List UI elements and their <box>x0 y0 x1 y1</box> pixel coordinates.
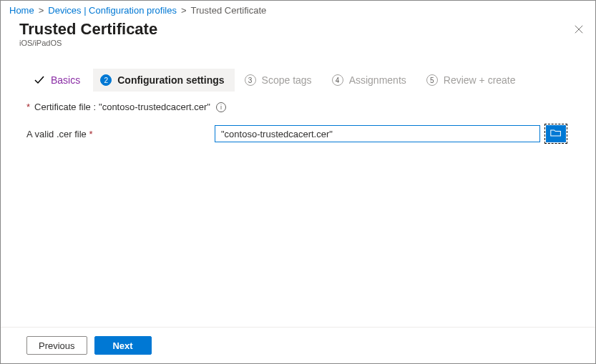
cer-file-label-text: A valid .cer file <box>26 129 87 139</box>
step-scope-tags[interactable]: 3 Scope tags <box>238 69 322 92</box>
step-basics[interactable]: Basics <box>26 69 90 92</box>
certificate-file-header: * Certificate file : "contoso-trustedcac… <box>26 102 595 112</box>
step-label: Configuration settings <box>117 74 224 86</box>
breadcrumb-current: Trusted Certificate <box>191 5 267 16</box>
step-label: Basics <box>51 74 80 86</box>
browse-file-button[interactable] <box>546 125 566 142</box>
check-icon <box>34 74 45 86</box>
next-button[interactable]: Next <box>94 336 152 355</box>
chevron-right-icon: > <box>39 5 44 16</box>
chevron-right-icon: > <box>181 5 187 16</box>
info-icon[interactable]: i <box>216 102 226 112</box>
wizard-footer: Previous Next <box>1 327 595 363</box>
previous-button[interactable]: Previous <box>26 336 87 355</box>
certificate-file-name: "contoso-trustedcacert.cer" <box>99 102 210 112</box>
step-label: Review + create <box>444 74 516 86</box>
breadcrumb-devices[interactable]: Devices | Configuration profiles <box>48 5 177 16</box>
page-title: Trusted Certificate <box>19 20 157 39</box>
step-number-icon: 4 <box>332 74 343 86</box>
required-asterisk: * <box>26 102 30 112</box>
step-number-icon: 3 <box>245 74 256 86</box>
title-block: Trusted Certificate iOS/iPadOS <box>19 20 157 47</box>
step-assignments[interactable]: 4 Assignments <box>325 69 416 92</box>
breadcrumb: Home > Devices | Configuration profiles … <box>1 1 595 19</box>
cer-file-input[interactable] <box>215 125 540 142</box>
form-area: * Certificate file : "contoso-trustedcac… <box>1 92 595 327</box>
page-subtitle: iOS/iPadOS <box>19 39 157 47</box>
step-number-icon: 2 <box>100 74 112 86</box>
window-frame: Home > Devices | Configuration profiles … <box>0 0 596 364</box>
step-label: Assignments <box>349 74 406 86</box>
breadcrumb-home[interactable]: Home <box>9 5 34 16</box>
cer-file-label: A valid .cer file * <box>26 129 209 139</box>
close-icon <box>574 24 584 36</box>
folder-icon <box>550 129 562 139</box>
wizard-stepper: Basics 2 Configuration settings 3 Scope … <box>26 69 595 92</box>
step-configuration-settings[interactable]: 2 Configuration settings <box>93 69 234 92</box>
step-number-icon: 5 <box>426 74 438 86</box>
title-row: Trusted Certificate iOS/iPadOS <box>1 19 595 47</box>
certificate-file-label: Certificate file : <box>34 102 96 112</box>
close-button[interactable] <box>571 21 587 39</box>
required-asterisk: * <box>89 129 92 139</box>
cer-file-row: A valid .cer file * <box>26 125 595 142</box>
step-review-create[interactable]: 5 Review + create <box>419 69 526 92</box>
step-label: Scope tags <box>262 74 312 86</box>
